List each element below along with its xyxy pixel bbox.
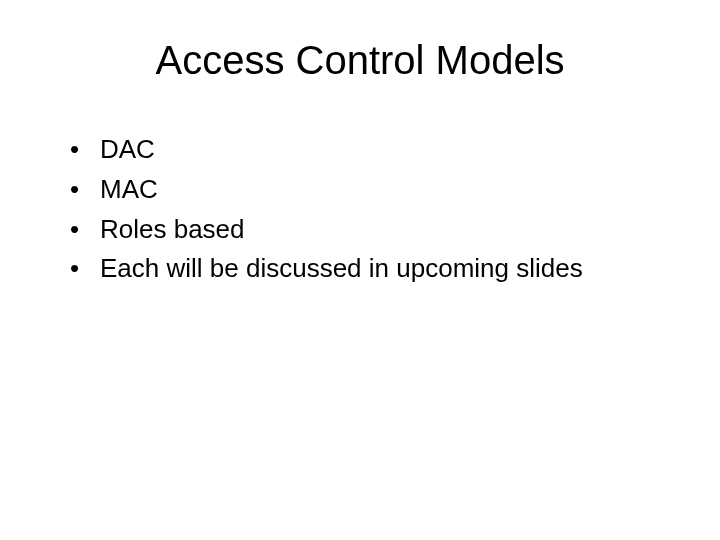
bullet-list: • DAC • MAC • Roles based • Each will be… <box>50 133 670 286</box>
bullet-text: Roles based <box>100 213 670 247</box>
bullet-text: MAC <box>100 173 670 207</box>
list-item: • DAC <box>70 133 670 167</box>
bullet-icon: • <box>70 213 100 247</box>
bullet-icon: • <box>70 252 100 286</box>
bullet-text: DAC <box>100 133 670 167</box>
bullet-icon: • <box>70 173 100 207</box>
list-item: • Roles based <box>70 213 670 247</box>
slide: Access Control Models • DAC • MAC • Role… <box>0 0 720 540</box>
list-item: • MAC <box>70 173 670 207</box>
bullet-icon: • <box>70 133 100 167</box>
slide-title: Access Control Models <box>50 38 670 83</box>
list-item: • Each will be discussed in upcoming sli… <box>70 252 670 286</box>
bullet-text: Each will be discussed in upcoming slide… <box>100 252 670 286</box>
